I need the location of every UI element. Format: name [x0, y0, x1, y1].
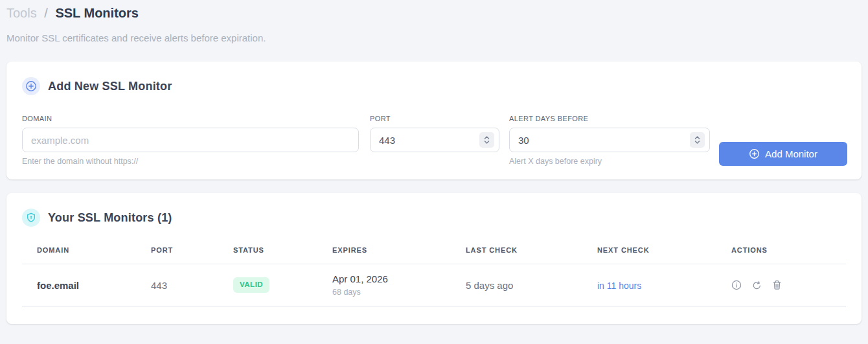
- column-header-domain: DOMAIN: [22, 237, 136, 264]
- refresh-icon: [752, 281, 762, 290]
- monitor-last-check: 5 days ago: [451, 264, 582, 306]
- add-monitor-card-title: Add New SSL Monitor: [48, 80, 172, 93]
- alert-days-field-group: ALERT DAYS BEFORE Alert X days before ex…: [509, 115, 710, 166]
- alert-days-input[interactable]: [509, 128, 710, 152]
- column-header-status: STATUS: [218, 237, 317, 264]
- breadcrumb-separator: /: [44, 6, 48, 20]
- monitors-table: DOMAIN PORT STATUS EXPIRES LAST CHECK NE…: [22, 237, 846, 306]
- column-header-port: PORT: [136, 237, 218, 264]
- port-field-group: PORT: [370, 115, 499, 152]
- monitors-card-title: Your SSL Monitors (1): [48, 211, 172, 225]
- info-icon: [731, 280, 742, 290]
- row-actions: [731, 280, 846, 290]
- port-stepper[interactable]: [479, 132, 494, 148]
- plus-circle-icon: [749, 148, 760, 159]
- table-row: foe.email 443 VALID Apr 01, 2026 68 days…: [22, 264, 846, 306]
- add-monitor-button[interactable]: Add Monitor: [719, 142, 847, 166]
- monitor-domain: foe.email: [37, 280, 79, 291]
- column-header-actions: ACTIONS: [716, 237, 846, 264]
- page-title: SSL Monitors: [55, 6, 139, 20]
- alert-days-helper-text: Alert X days before expiry: [509, 157, 710, 166]
- column-header-next-check: NEXT CHECK: [582, 237, 716, 264]
- shield-icon: [22, 209, 40, 227]
- domain-label: DOMAIN: [22, 115, 359, 122]
- trash-icon: [772, 280, 782, 290]
- monitors-card: Your SSL Monitors (1) DOMAIN PORT STATUS…: [6, 193, 862, 324]
- plus-circle-icon: [22, 77, 40, 95]
- alert-days-label: ALERT DAYS BEFORE: [509, 115, 710, 122]
- monitor-expires-days: 68 days: [332, 288, 451, 297]
- breadcrumb: Tools / SSL Monitors: [6, 5, 862, 21]
- domain-field-group: DOMAIN Enter the domain without https://: [22, 115, 359, 166]
- ssl-monitors-page: Tools / SSL Monitors Monitor SSL certifi…: [0, 0, 868, 344]
- status-badge: VALID: [233, 277, 269, 293]
- monitor-expires-date: Apr 01, 2026: [332, 273, 451, 284]
- table-header-row: DOMAIN PORT STATUS EXPIRES LAST CHECK NE…: [22, 237, 846, 264]
- domain-helper-text: Enter the domain without https://: [22, 157, 359, 166]
- add-monitor-form: DOMAIN Enter the domain without https://…: [22, 115, 847, 166]
- column-header-last-check: LAST CHECK: [451, 237, 582, 264]
- info-button[interactable]: [731, 280, 742, 290]
- monitor-port: 443: [136, 264, 218, 306]
- delete-button[interactable]: [772, 280, 782, 290]
- port-label: PORT: [370, 115, 499, 122]
- alert-days-stepper[interactable]: [690, 132, 705, 148]
- add-monitor-card-header: Add New SSL Monitor: [22, 77, 847, 95]
- monitor-next-check: in 11 hours: [597, 281, 641, 291]
- monitors-card-header: Your SSL Monitors (1): [22, 209, 846, 227]
- column-header-expires: EXPIRES: [317, 237, 451, 264]
- refresh-button[interactable]: [752, 281, 762, 290]
- add-monitor-button-label: Add Monitor: [765, 148, 817, 159]
- domain-input[interactable]: [22, 128, 359, 152]
- page-subtitle: Monitor SSL certificates and receive ale…: [6, 32, 862, 43]
- add-monitor-card: Add New SSL Monitor DOMAIN Enter the dom…: [6, 62, 862, 179]
- breadcrumb-tools-link[interactable]: Tools: [6, 6, 37, 20]
